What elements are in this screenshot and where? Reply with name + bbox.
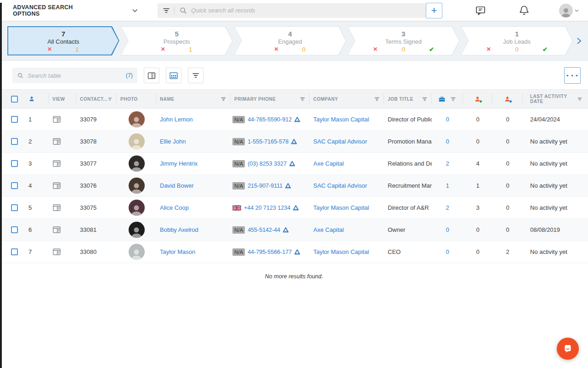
reject-x-icon[interactable]: ✕	[36, 46, 63, 52]
phone-number-link[interactable]: 455-5142-44	[248, 227, 280, 233]
column-header-name[interactable]: NAME	[156, 93, 231, 105]
company-link[interactable]: SAC Capital Advisor	[313, 182, 367, 189]
contact-name-link[interactable]: Jimmy Hentrix	[160, 160, 198, 167]
view-record-button[interactable]	[49, 248, 76, 256]
contact-name-link[interactable]: Bobby Axelrod	[160, 226, 198, 233]
row-checkbox[interactable]	[7, 204, 25, 211]
dialer-icon[interactable]	[294, 249, 300, 255]
table-search-bar[interactable]: (7)	[12, 68, 137, 83]
chat-launcher-button[interactable]	[557, 338, 579, 360]
notifications-button[interactable]	[519, 5, 530, 17]
row-checkbox[interactable]	[7, 248, 25, 255]
column-header-jobs[interactable]	[432, 93, 463, 105]
contact-photo[interactable]	[129, 155, 145, 172]
view-record-button[interactable]	[49, 182, 76, 190]
contact-photo[interactable]	[129, 178, 145, 194]
view-record-button[interactable]	[49, 160, 76, 167]
reject-x-icon[interactable]: ✕	[263, 46, 290, 52]
jobs-count-link[interactable]: 0	[446, 116, 449, 123]
column-header-candidates-other[interactable]	[492, 93, 523, 105]
select-all-checkbox[interactable]	[7, 96, 25, 103]
approve-check-icon[interactable]: ✔	[531, 46, 559, 53]
filter-icon[interactable]	[220, 96, 226, 102]
quick-search-input[interactable]	[191, 7, 421, 14]
reject-x-icon[interactable]: ✕	[361, 46, 389, 52]
filter-icon[interactable]	[577, 96, 582, 102]
filter-icon[interactable]	[300, 96, 305, 102]
phone-number-link[interactable]: 1-555-7165-578	[248, 138, 288, 145]
contact-name-link[interactable]: Alice Coop	[160, 204, 189, 211]
pipeline-stage-prospects[interactable]: 5 Prospects ✕ 1	[121, 26, 233, 56]
jobs-count-link[interactable]: 0	[446, 138, 449, 145]
phone-number-link[interactable]: 215-907-9111	[248, 183, 283, 189]
company-link[interactable]: Taylor Mason Capital	[313, 204, 369, 211]
jobs-count-link[interactable]: 2	[446, 160, 449, 167]
view-record-button[interactable]	[49, 138, 76, 145]
column-header-candidates-active[interactable]	[463, 93, 492, 105]
column-header-primary-phone[interactable]: PRIMARY PHONE	[231, 93, 310, 105]
contact-name-link[interactable]: John Lemon	[160, 116, 193, 123]
dialer-icon[interactable]	[285, 183, 291, 189]
column-header-job-title[interactable]: JOB TITLE	[384, 93, 432, 105]
filter-icon[interactable]	[107, 96, 113, 102]
company-link[interactable]: Taylor Mason Capital	[313, 248, 369, 255]
column-header-company[interactable]: COMPANY	[310, 93, 384, 105]
row-checkbox[interactable]	[7, 160, 25, 167]
contact-name-link[interactable]: Taylor Mason	[160, 248, 195, 255]
column-header-photo[interactable]: PHOTO	[117, 93, 156, 105]
more-options-button[interactable]: • • •	[564, 67, 581, 84]
column-header-view[interactable]: VIEW	[49, 93, 76, 105]
jobs-count-link[interactable]: 1	[446, 182, 449, 189]
pipeline-stage-all-contacts[interactable]: 7 All Contacts ✕ 1	[7, 26, 119, 56]
contact-name-link[interactable]: Ellie John	[160, 138, 186, 145]
contact-photo[interactable]	[129, 133, 145, 150]
user-menu[interactable]	[559, 4, 579, 17]
add-record-button[interactable]: +	[426, 3, 442, 18]
view-record-button[interactable]	[49, 115, 76, 123]
view-record-button[interactable]	[49, 204, 76, 212]
table-filter-button[interactable]	[188, 68, 204, 83]
column-header-contact-code[interactable]: CONTACT...	[76, 93, 117, 105]
dialer-icon[interactable]	[283, 227, 289, 233]
contact-photo[interactable]	[129, 111, 145, 127]
dialer-icon[interactable]	[289, 161, 295, 167]
row-checkbox[interactable]	[7, 116, 25, 123]
pipeline-stage-terms-signed[interactable]: 3 Terms Signed ✕ 0 ✔	[347, 26, 459, 56]
contact-name-link[interactable]: David Bower	[160, 182, 194, 189]
company-link[interactable]: Axe Capital	[313, 160, 344, 167]
phone-number-link[interactable]: +44 20 7123 1234	[244, 205, 290, 211]
company-link[interactable]: SAC Capital Advisor	[313, 138, 367, 145]
row-checkbox[interactable]	[7, 182, 25, 189]
company-link[interactable]: Taylor Mason Capital	[313, 116, 369, 123]
contact-photo[interactable]	[129, 200, 145, 216]
pipeline-next-button[interactable]	[576, 37, 582, 45]
filter-bars-icon[interactable]	[162, 6, 170, 15]
advanced-search-options-button[interactable]: ADVANCED SEARCH OPTIONS	[13, 4, 137, 17]
phone-number-link[interactable]: 44-765-5590-912	[248, 116, 292, 123]
dialer-icon[interactable]	[294, 116, 300, 122]
phone-number-link[interactable]: (03) 8253 3327	[248, 161, 287, 167]
pipeline-stage-job-leads[interactable]: 1 Job Leads ✕ 0 ✔	[461, 26, 573, 56]
column-layout-button[interactable]	[144, 68, 159, 83]
messages-button[interactable]	[475, 5, 486, 17]
row-checkbox[interactable]	[7, 226, 25, 233]
reject-x-icon[interactable]: ✕	[475, 46, 503, 52]
company-link[interactable]: Axe Capital	[313, 226, 344, 233]
filter-icon[interactable]	[450, 96, 456, 102]
table-search-input[interactable]	[28, 72, 123, 79]
contact-photo[interactable]	[129, 222, 145, 238]
view-record-button[interactable]	[49, 226, 76, 234]
phone-number-link[interactable]: 44-795-5566-177	[248, 249, 292, 255]
column-header-index[interactable]	[25, 93, 49, 105]
column-header-last-activity[interactable]: LAST ACTIVITY DATE	[523, 93, 588, 105]
dialer-icon[interactable]	[293, 205, 299, 211]
jobs-count-link[interactable]: 0	[446, 248, 449, 255]
approve-check-icon[interactable]: ✔	[418, 46, 446, 53]
contact-photo[interactable]	[129, 244, 145, 260]
filter-icon[interactable]	[374, 96, 380, 102]
reject-x-icon[interactable]: ✕	[149, 46, 177, 52]
jobs-count-link[interactable]: 2	[446, 204, 449, 211]
row-checkbox[interactable]	[7, 138, 25, 145]
filter-icon[interactable]	[422, 96, 428, 102]
team-view-button[interactable]	[166, 68, 181, 83]
